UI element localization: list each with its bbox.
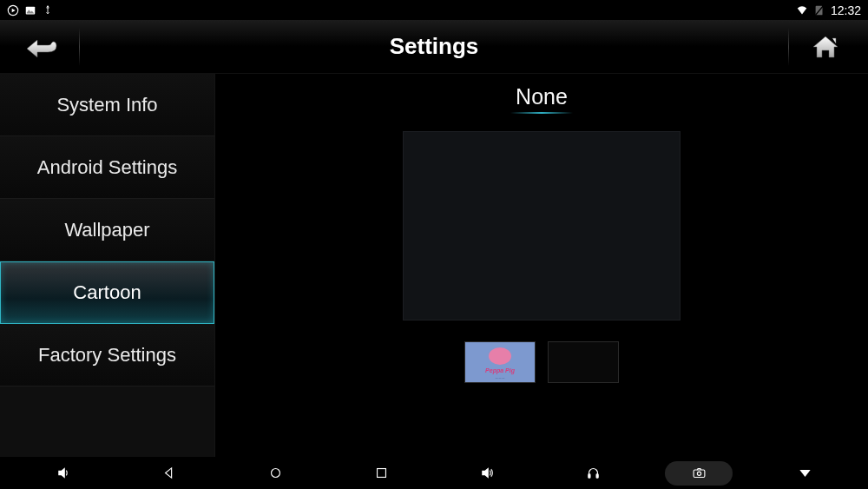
sidebar-item-label: System Info <box>56 94 157 116</box>
back-button[interactable] <box>22 30 63 64</box>
thumbnail-row: Peppa Pig — — — <box>464 341 619 383</box>
selected-label: None <box>516 84 568 109</box>
navbar <box>0 457 868 489</box>
nav-back[interactable] <box>135 461 203 486</box>
nav-dropdown[interactable] <box>771 461 838 486</box>
svg-point-6 <box>271 469 279 478</box>
title-bar: Settings <box>0 20 868 74</box>
underline <box>510 112 573 114</box>
home-button[interactable] <box>805 30 846 64</box>
sidebar-item-factory-settings[interactable]: Factory Settings <box>0 324 214 387</box>
sidebar-item-label: Factory Settings <box>38 344 176 367</box>
sidebar-item-label: Wallpaper <box>64 219 149 241</box>
play-circle-icon <box>7 4 19 17</box>
svg-rect-7 <box>377 469 385 478</box>
svg-rect-9 <box>596 474 598 478</box>
nav-headphones[interactable] <box>559 461 627 486</box>
divider <box>788 28 789 66</box>
svg-rect-10 <box>694 470 705 478</box>
sidebar-item-wallpaper[interactable]: Wallpaper <box>0 199 214 261</box>
nav-screenshot[interactable] <box>665 461 733 486</box>
sim-none-icon <box>813 4 825 17</box>
main: System Info Android Settings Wallpaper C… <box>0 74 868 457</box>
svg-point-11 <box>697 472 700 475</box>
nav-home[interactable] <box>241 461 309 486</box>
svg-rect-8 <box>588 474 589 478</box>
nav-volume-right[interactable] <box>453 461 521 486</box>
sidebar-item-label: Cartoon <box>73 281 141 304</box>
sidebar-item-android-settings[interactable]: Android Settings <box>0 136 214 199</box>
sidebar: System Info Android Settings Wallpaper C… <box>0 74 215 457</box>
clock: 12:32 <box>831 3 861 17</box>
sidebar-item-label: Android Settings <box>37 156 177 179</box>
sidebar-item-cartoon[interactable]: Cartoon <box>0 261 214 324</box>
thumbnail-blank[interactable] <box>548 341 619 383</box>
nav-volume-left[interactable] <box>30 461 97 486</box>
nav-recent[interactable] <box>347 461 415 486</box>
image-icon <box>24 4 36 17</box>
content: None Peppa Pig — — — <box>215 74 868 457</box>
usb-icon <box>42 4 54 17</box>
divider <box>79 28 80 66</box>
svg-marker-1 <box>12 8 16 11</box>
thumb-label: Peppa Pig <box>465 367 535 373</box>
sidebar-item-system-info[interactable]: System Info <box>0 74 214 136</box>
page-title: Settings <box>390 33 479 60</box>
thumbnail-peppa[interactable]: Peppa Pig — — — <box>464 341 536 383</box>
preview-box <box>403 131 681 320</box>
status-bar: 12:32 <box>0 0 868 20</box>
wifi-icon <box>796 4 808 17</box>
